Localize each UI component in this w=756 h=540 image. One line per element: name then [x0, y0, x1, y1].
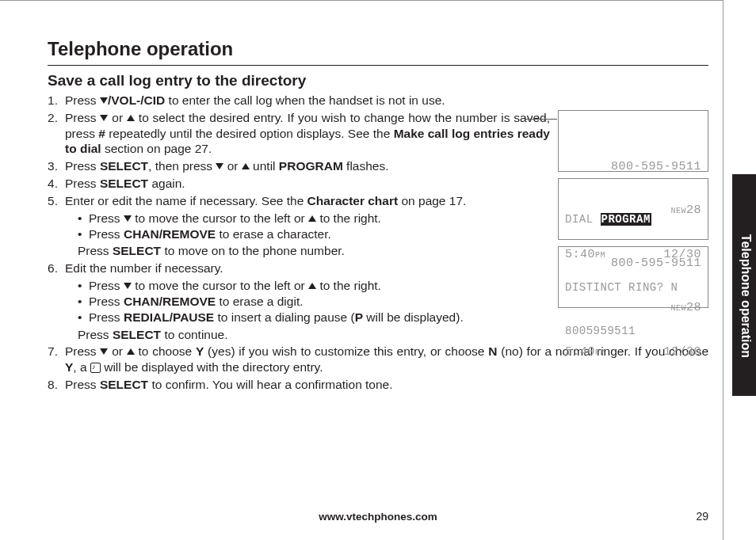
sub-note: Press SELECT to move on to the phone num… — [65, 243, 550, 259]
key-label: SELECT — [113, 244, 161, 257]
lcd-line: DISTINCT RING? N — [565, 280, 701, 295]
key-label: CHAN/REMOVE — [124, 227, 216, 241]
text: to move the cursor to the left or — [132, 211, 308, 225]
content-body: Press /VOL-/CID to enter the call log wh… — [48, 93, 708, 393]
text: to erase a character. — [216, 227, 331, 241]
page-title: Telephone operation — [48, 38, 708, 60]
key-label: PROGRAM — [279, 159, 343, 173]
text: Press — [65, 344, 100, 358]
ring-icon — [90, 363, 101, 373]
text: Press — [65, 177, 100, 190]
text: Enter or edit the name if necessary. See… — [65, 194, 307, 207]
text: Press — [89, 295, 124, 308]
down-arrow-icon — [124, 283, 132, 289]
text: to choose — [135, 344, 196, 358]
lcd-line: 8005959511 — [565, 324, 701, 338]
key-label: # — [98, 127, 105, 140]
lcd-dial: DIAL — [565, 213, 594, 226]
text: or — [223, 159, 241, 173]
text: again. — [148, 177, 185, 190]
text: Press — [89, 211, 124, 225]
lcd-program-highlight: PROGRAM — [601, 213, 651, 226]
key-label: N — [488, 344, 497, 358]
footer-url: www.vtechphones.com — [48, 511, 708, 523]
down-arrow-icon — [100, 348, 108, 355]
text: to continue. — [161, 328, 227, 341]
page-content: Telephone operation Save a call log entr… — [0, 0, 756, 540]
down-arrow-icon — [100, 115, 108, 121]
text: will be displayed). — [363, 310, 464, 324]
text: Press — [89, 310, 124, 324]
key-label: SELECT — [100, 159, 148, 173]
text: on page 17. — [398, 194, 466, 207]
text: (yes) if you wish to customize this entr… — [204, 344, 488, 358]
text: Press — [65, 111, 100, 124]
key-label: Y — [196, 344, 204, 358]
text: or — [108, 111, 127, 124]
section-title: Save a call log entry to the directory — [48, 72, 708, 89]
up-arrow-icon — [308, 283, 316, 289]
down-arrow-icon — [100, 97, 108, 104]
key-label: /VOL-/CID — [108, 93, 165, 107]
lcd-phone: 800-595-9511 — [565, 159, 701, 175]
text: repeatedly until the desired option disp… — [105, 127, 394, 140]
up-arrow-icon — [127, 348, 135, 355]
text: to move the cursor to the left or — [132, 279, 308, 292]
text: Press — [65, 93, 100, 107]
text: Press — [65, 378, 100, 391]
lcd-screens: 800-595-9511 NEW28 5:40PM12/30 DIAL PROG… — [558, 110, 708, 308]
sub-item: Press to move the cursor to the left or … — [78, 211, 550, 226]
text: to erase a digit. — [216, 295, 303, 308]
key-label: Y — [65, 360, 73, 374]
key-label: SELECT — [113, 328, 161, 341]
text: to confirm. You will hear a confirmation… — [148, 378, 392, 391]
up-arrow-icon — [308, 215, 316, 222]
text: to the right. — [316, 279, 381, 292]
sub-list: Press to move the cursor to the left or … — [65, 211, 550, 242]
text: , then press — [148, 159, 216, 173]
down-arrow-icon — [124, 215, 132, 222]
text: Press — [78, 244, 113, 257]
lcd-screen-3: DISTINCT RING? N 8005959511 — [558, 246, 708, 308]
text: until — [250, 159, 279, 173]
text: or — [108, 344, 126, 358]
text: will be displayed with the directory ent… — [101, 360, 323, 374]
key-label: P — [355, 310, 363, 324]
text: Press — [78, 328, 113, 341]
key-label: SELECT — [100, 378, 148, 391]
lcd-screen-2: DIAL PROGRAM 800-595-9511 NEW28 5:40PM12… — [558, 178, 708, 240]
text: to enter the call log when the handset i… — [165, 93, 445, 107]
key-label: CHAN/REMOVE — [124, 295, 216, 308]
reference: Character chart — [307, 194, 399, 207]
page-number: 29 — [696, 510, 708, 523]
key-label: REDIAL/PAUSE — [124, 310, 214, 324]
heading-rule — [48, 65, 708, 66]
step-1: Press /VOL-/CID to enter the call log wh… — [48, 93, 708, 108]
text: section on page 27. — [101, 142, 212, 155]
up-arrow-icon — [127, 115, 135, 121]
text: to the right. — [316, 211, 381, 225]
down-arrow-icon — [216, 163, 223, 169]
text: Press — [89, 279, 124, 292]
text: Edit the number if necessary. — [65, 261, 223, 275]
sub-item: Press CHAN/REMOVE to erase a character. — [78, 226, 550, 242]
lcd-screen-1: 800-595-9511 NEW28 5:40PM12/30 — [558, 110, 708, 172]
text: Press — [89, 227, 124, 241]
key-label: SELECT — [100, 177, 148, 190]
text: to insert a dialing pause ( — [214, 310, 355, 324]
up-arrow-icon — [242, 163, 250, 169]
text: flashes. — [343, 159, 389, 173]
text: , a — [73, 360, 90, 374]
text: to move on to the phone number. — [161, 244, 345, 257]
text: Press — [65, 159, 100, 173]
